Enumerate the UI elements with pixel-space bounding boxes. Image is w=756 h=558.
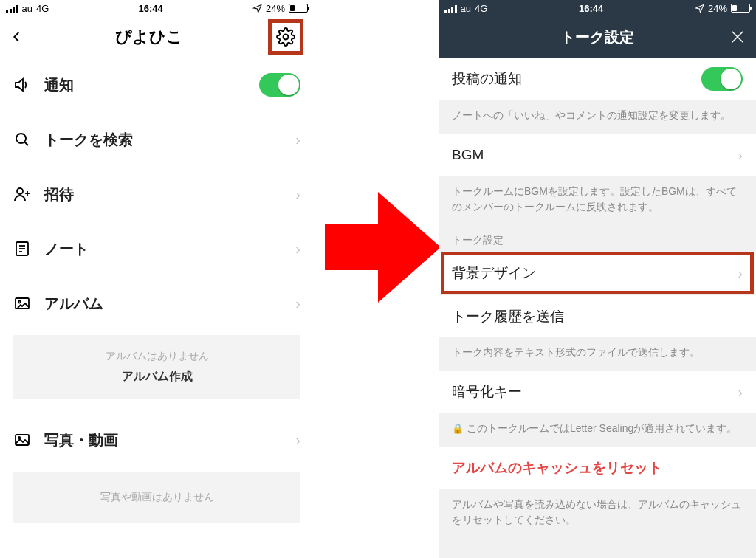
- carrier-label: au: [461, 3, 471, 14]
- album-label: アルバム: [44, 294, 295, 314]
- notification-toggle[interactable]: [259, 73, 300, 97]
- settings-button-highlight[interactable]: [268, 19, 303, 55]
- encryption-key-label: 暗号化キー: [452, 382, 738, 402]
- row-notification[interactable]: 通知: [0, 58, 314, 112]
- photos-label: 写真・動画: [44, 430, 295, 450]
- signal-icon: [6, 4, 18, 13]
- svg-point-0: [284, 35, 289, 40]
- location-icon: [695, 4, 704, 13]
- right-header: トーク設定: [439, 16, 756, 58]
- battery-icon: [731, 4, 750, 13]
- svg-line-3: [24, 142, 28, 145]
- status-bar: au 4G 16:44 24%: [0, 0, 314, 16]
- bgm-label: BGM: [452, 147, 738, 163]
- photo-icon: [13, 431, 35, 449]
- chevron-right-icon: ›: [738, 265, 743, 282]
- search-label: トークを検索: [44, 130, 295, 150]
- row-background-design[interactable]: 背景デザイン ›: [439, 252, 756, 294]
- post-notify-label: 投稿の通知: [452, 69, 701, 89]
- left-screenshot: au 4G 16:44 24% ぴよひこ: [0, 0, 314, 558]
- album-empty-card[interactable]: アルバムはありません アルバム作成: [13, 335, 300, 399]
- battery-pct: 24%: [266, 3, 285, 14]
- encryption-desc-text: このトークルームではLetter Sealingが適用されています。: [467, 422, 737, 434]
- svg-marker-1: [16, 79, 23, 91]
- row-send-history[interactable]: トーク履歴を送信: [439, 294, 756, 337]
- notification-label: 通知: [44, 75, 259, 95]
- chat-title: ぴよひこ: [30, 26, 268, 48]
- row-photos[interactable]: 写真・動画 ›: [0, 413, 314, 467]
- chevron-right-icon: ›: [295, 186, 300, 203]
- lock-icon: 🔒: [452, 423, 464, 434]
- album-reset-label: アルバムのキャッシュをリセット: [452, 458, 743, 478]
- back-button[interactable]: [10, 27, 30, 46]
- album-reset-desc: アルバムや写真を読み込めない場合は、アルバムのキャッシュをリセットしてください。: [439, 489, 756, 538]
- speaker-icon: [13, 76, 35, 94]
- row-album[interactable]: アルバム ›: [0, 276, 314, 331]
- network-label: 4G: [36, 3, 49, 14]
- network-label: 4G: [475, 3, 487, 14]
- gear-icon: [276, 27, 295, 46]
- svg-point-4: [17, 188, 23, 194]
- chevron-right-icon: ›: [295, 131, 300, 148]
- svg-rect-13: [16, 435, 29, 445]
- row-encryption-key[interactable]: 暗号化キー ›: [439, 371, 756, 413]
- row-invite[interactable]: 招待 ›: [0, 167, 314, 221]
- chevron-right-icon: ›: [295, 295, 300, 312]
- note-label: ノート: [44, 239, 295, 259]
- svg-point-12: [18, 301, 21, 303]
- red-arrow-annotation: [325, 192, 439, 303]
- photos-empty-label: 写真や動画はありません: [21, 491, 293, 504]
- encryption-desc: 🔒 このトークルームではLetter Sealingが適用されています。: [439, 413, 756, 447]
- album-create-label: アルバム作成: [21, 369, 293, 385]
- album-empty-label: アルバムはありません: [21, 350, 293, 363]
- settings-title: トーク設定: [560, 27, 634, 47]
- row-note[interactable]: ノート ›: [0, 221, 314, 276]
- post-notify-toggle[interactable]: [701, 67, 743, 91]
- album-icon: [13, 294, 35, 312]
- bgm-desc: トークルームにBGMを設定します。設定したBGMは、すべてのメンバーのトークルー…: [439, 176, 756, 225]
- battery-icon: [289, 4, 308, 13]
- note-icon: [13, 240, 35, 258]
- svg-point-14: [18, 437, 20, 438]
- right-screenshot: au 4G 16:44 24% トーク設定 投稿の通知 ノート: [439, 0, 756, 558]
- location-icon: [252, 4, 262, 13]
- status-bar: au 4G 16:44 24%: [439, 0, 756, 16]
- send-history-desc: トーク内容をテキスト形式のファイルで送信します。: [439, 337, 756, 371]
- chevron-right-icon: ›: [738, 147, 743, 164]
- left-header: ぴよひこ: [0, 16, 314, 58]
- row-bgm[interactable]: BGM ›: [439, 134, 756, 176]
- battery-pct: 24%: [708, 3, 727, 14]
- chevron-right-icon: ›: [295, 432, 300, 449]
- row-album-cache-reset[interactable]: アルバムのキャッシュをリセット: [439, 447, 756, 489]
- row-search[interactable]: トークを検索 ›: [0, 112, 314, 167]
- svg-point-2: [16, 134, 26, 143]
- section-talk-settings: トーク設定: [439, 225, 756, 252]
- chevron-right-icon: ›: [295, 241, 300, 258]
- clock-label: 16:44: [579, 3, 603, 14]
- post-notify-desc: ノートへの「いいね」やコメントの通知設定を変更します。: [439, 100, 756, 134]
- clock-label: 16:44: [139, 3, 163, 14]
- send-history-label: トーク履歴を送信: [452, 307, 743, 326]
- signal-icon: [444, 4, 457, 13]
- row-post-notification[interactable]: 投稿の通知: [439, 58, 756, 100]
- photos-empty-card: 写真や動画はありません: [13, 472, 300, 523]
- chevron-right-icon: ›: [738, 384, 743, 401]
- carrier-label: au: [22, 3, 32, 14]
- background-design-label: 背景デザイン: [452, 264, 738, 283]
- invite-icon: [13, 185, 35, 203]
- invite-label: 招待: [44, 185, 295, 204]
- close-button[interactable]: [729, 29, 746, 45]
- search-icon: [13, 131, 35, 148]
